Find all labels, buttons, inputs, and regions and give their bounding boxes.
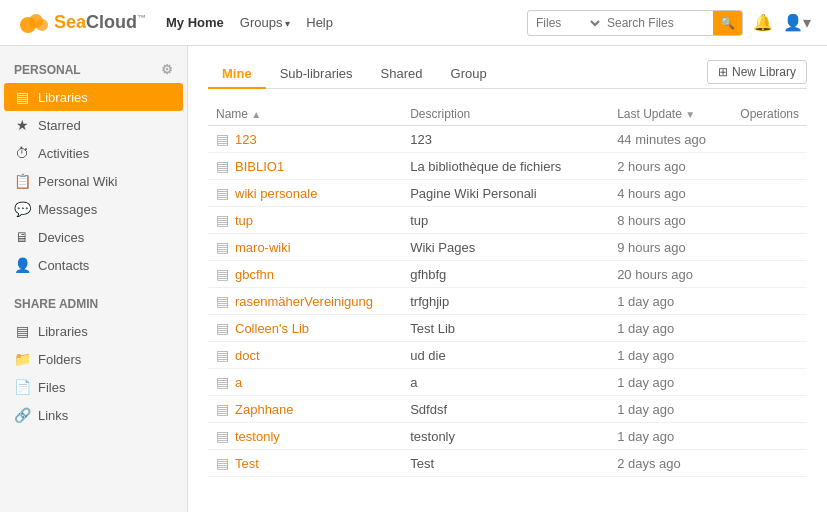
nav-my-home[interactable]: My Home	[166, 15, 224, 30]
library-name-link[interactable]: doct	[235, 348, 260, 363]
user-menu-icon[interactable]: 👤▾	[783, 13, 811, 32]
table-row: ▤ Zaphhane Sdfdsf 1 day ago	[208, 396, 807, 423]
table-row: ▤ 123 123 44 minutes ago	[208, 126, 807, 153]
library-last-update: 9 hours ago	[609, 234, 732, 261]
libraries-table: Name ▲ Description Last Update ▼ Operati…	[208, 103, 807, 477]
sidebar-item-label: Libraries	[38, 324, 88, 339]
library-description: Sdfdsf	[402, 396, 609, 423]
sidebar-item-label: Contacts	[38, 258, 89, 273]
library-icon: ▤	[216, 239, 229, 255]
tab-shared[interactable]: Shared	[367, 60, 437, 89]
sidebar-item-label: Libraries	[38, 90, 88, 105]
col-header-name[interactable]: Name ▲	[208, 103, 402, 126]
sidebar-item-label: Files	[38, 380, 65, 395]
sidebar-item-share-links[interactable]: 🔗 Links	[0, 401, 187, 429]
sidebar-item-libraries[interactable]: ▤ Libraries	[4, 83, 183, 111]
table-row: ▤ a a 1 day ago	[208, 369, 807, 396]
library-name-cell: ▤ 123	[208, 126, 402, 153]
notifications-icon[interactable]: 🔔	[753, 13, 773, 32]
library-name-cell: ▤ Test	[208, 450, 402, 477]
library-name-link[interactable]: BIBLIO1	[235, 159, 284, 174]
sidebar-item-personal-wiki[interactable]: 📋 Personal Wiki	[0, 167, 187, 195]
header: SeaCloud™ My Home Groups Help Files Libr…	[0, 0, 827, 46]
library-name-link[interactable]: wiki personale	[235, 186, 317, 201]
starred-icon: ★	[14, 117, 30, 133]
share-files-icon: 📄	[14, 379, 30, 395]
library-name-cell: ▤ doct	[208, 342, 402, 369]
sidebar-item-activities[interactable]: ⏱ Activities	[0, 139, 187, 167]
library-name-cell: ▤ wiki personale	[208, 180, 402, 207]
library-description: gfhbfg	[402, 261, 609, 288]
tab-mine[interactable]: Mine	[208, 60, 266, 89]
table-row: ▤ tup tup 8 hours ago	[208, 207, 807, 234]
library-description: 123	[402, 126, 609, 153]
contacts-icon: 👤	[14, 257, 30, 273]
new-library-button[interactable]: ⊞ New Library	[707, 60, 807, 84]
search-type-select[interactable]: Files Libraries	[528, 11, 603, 35]
sidebar-item-share-libraries[interactable]: ▤ Libraries	[0, 317, 187, 345]
library-last-update: 20 hours ago	[609, 261, 732, 288]
library-name-link[interactable]: tup	[235, 213, 253, 228]
library-operations	[732, 288, 807, 315]
table-header: Name ▲ Description Last Update ▼ Operati…	[208, 103, 807, 126]
new-library-label: New Library	[732, 65, 796, 79]
nav-groups[interactable]: Groups	[240, 15, 290, 30]
tab-group[interactable]: Group	[437, 60, 501, 89]
library-name-cell: ▤ maro-wiki	[208, 234, 402, 261]
sidebar-item-label: Messages	[38, 202, 97, 217]
library-last-update: 1 day ago	[609, 423, 732, 450]
sidebar-item-label: Activities	[38, 146, 89, 161]
library-icon: ▤	[216, 401, 229, 417]
library-name-cell: ▤ Zaphhane	[208, 396, 402, 423]
logo-icon	[16, 7, 48, 39]
library-name-link[interactable]: 123	[235, 132, 257, 147]
activities-icon: ⏱	[14, 145, 30, 161]
sidebar-item-contacts[interactable]: 👤 Contacts	[0, 251, 187, 279]
library-name-cell: ▤ Colleen's Lib	[208, 315, 402, 342]
sidebar-item-share-files[interactable]: 📄 Files	[0, 373, 187, 401]
library-operations	[732, 342, 807, 369]
library-name-link[interactable]: maro-wiki	[235, 240, 291, 255]
library-description: a	[402, 369, 609, 396]
main-content: Mine Sub-libraries Shared Group ⊞ New Li…	[188, 46, 827, 512]
library-icon: ▤	[216, 455, 229, 471]
nav-help[interactable]: Help	[306, 15, 333, 30]
library-description: Test Lib	[402, 315, 609, 342]
library-name-link[interactable]: Zaphhane	[235, 402, 294, 417]
library-operations	[732, 207, 807, 234]
svg-point-2	[36, 19, 48, 31]
table-row: ▤ BIBLIO1 La bibliothèque de fichiers 2 …	[208, 153, 807, 180]
library-name-link[interactable]: Test	[235, 456, 259, 471]
search-button[interactable]: 🔍	[713, 11, 742, 35]
header-right: Files Libraries 🔍 🔔 👤▾	[527, 10, 811, 36]
sidebar-item-label: Folders	[38, 352, 81, 367]
library-name-link[interactable]: gbcfhn	[235, 267, 274, 282]
library-name-link[interactable]: testonly	[235, 429, 280, 444]
tab-sub-libraries[interactable]: Sub-libraries	[266, 60, 367, 89]
search-input[interactable]	[603, 16, 713, 30]
library-name-cell: ▤ gbcfhn	[208, 261, 402, 288]
sidebar-item-share-folders[interactable]: 📁 Folders	[0, 345, 187, 373]
sidebar-item-devices[interactable]: 🖥 Devices	[0, 223, 187, 251]
personal-settings-icon[interactable]: ⚙	[161, 62, 173, 77]
library-name-link[interactable]: rasenmäherVereinigung	[235, 294, 373, 309]
col-header-last-update[interactable]: Last Update ▼	[609, 103, 732, 126]
library-name-cell: ▤ rasenmäherVereinigung	[208, 288, 402, 315]
library-name-link[interactable]: a	[235, 375, 242, 390]
library-description: Wiki Pages	[402, 234, 609, 261]
plus-icon: ⊞	[718, 65, 728, 79]
library-icon: ▤	[216, 320, 229, 336]
library-operations	[732, 450, 807, 477]
table-row: ▤ Test Test 2 days ago	[208, 450, 807, 477]
sidebar-item-messages[interactable]: 💬 Messages	[0, 195, 187, 223]
logo-brand-text: SeaCloud™	[54, 12, 146, 33]
library-name-link[interactable]: Colleen's Lib	[235, 321, 309, 336]
logo[interactable]: SeaCloud™	[16, 7, 146, 39]
library-name-cell: ▤ testonly	[208, 423, 402, 450]
share-admin-section-title: Share Admin	[0, 291, 187, 317]
libraries-icon: ▤	[14, 89, 30, 105]
library-icon: ▤	[216, 347, 229, 363]
library-description: Test	[402, 450, 609, 477]
table-row: ▤ testonly testonly 1 day ago	[208, 423, 807, 450]
sidebar-item-starred[interactable]: ★ Starred	[0, 111, 187, 139]
